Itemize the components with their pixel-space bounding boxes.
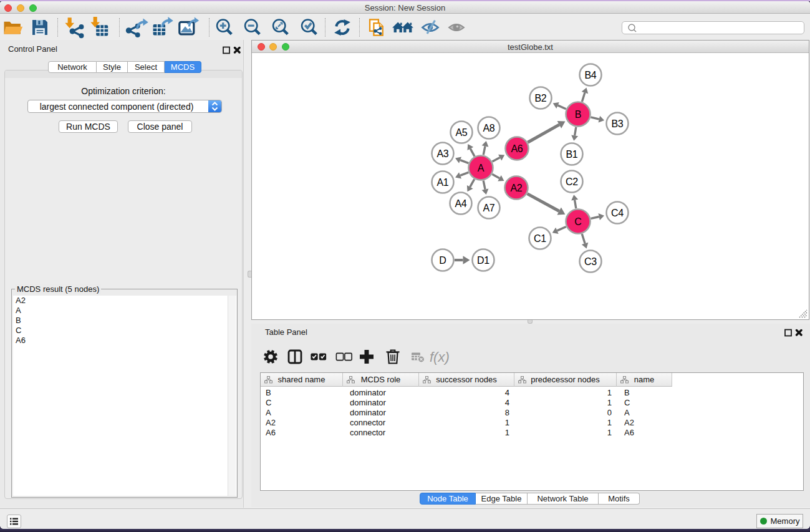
svg-text:D1: D1 xyxy=(477,255,489,266)
svg-text:B4: B4 xyxy=(585,70,597,80)
svg-text:A: A xyxy=(478,163,485,173)
svg-text:A8: A8 xyxy=(483,123,495,133)
svg-text:C4: C4 xyxy=(611,208,624,218)
svg-text:B1: B1 xyxy=(566,149,578,160)
svg-text:B2: B2 xyxy=(535,93,547,104)
svg-text:B3: B3 xyxy=(612,118,624,129)
svg-text:A7: A7 xyxy=(483,203,495,213)
svg-text:A1: A1 xyxy=(437,177,449,188)
svg-text:C2: C2 xyxy=(566,177,578,187)
svg-text:A4: A4 xyxy=(455,198,467,209)
svg-text:C1: C1 xyxy=(534,233,546,244)
svg-text:B: B xyxy=(575,109,581,120)
svg-text:C: C xyxy=(574,216,581,227)
svg-text:C3: C3 xyxy=(584,256,597,267)
svg-text:A5: A5 xyxy=(456,127,468,138)
svg-text:A6: A6 xyxy=(511,143,523,154)
svg-text:D: D xyxy=(439,255,446,266)
svg-text:A3: A3 xyxy=(437,148,449,159)
svg-text:f(x): f(x) xyxy=(430,349,450,365)
svg-text:A2: A2 xyxy=(511,183,523,193)
